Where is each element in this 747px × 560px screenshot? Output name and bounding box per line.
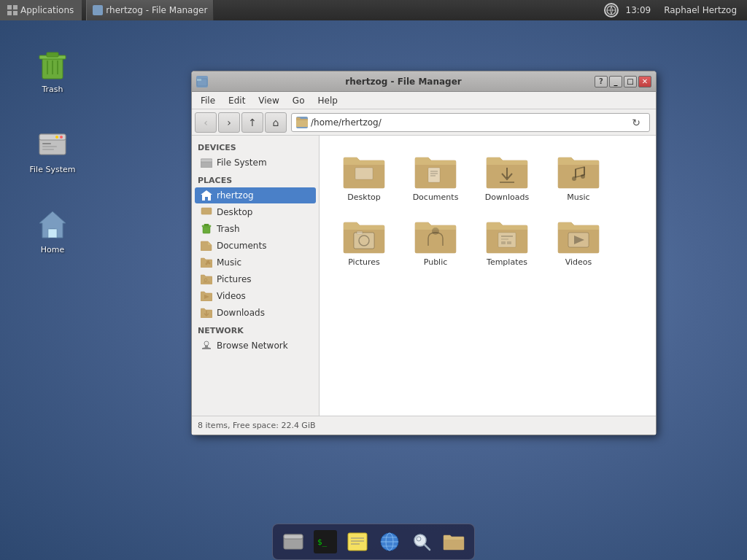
svg-point-30 [206, 263, 208, 265]
applications-label: Applications [20, 5, 74, 15]
fm-window-buttons: ? _ □ ✕ [595, 76, 651, 88]
svg-rect-58 [501, 241, 506, 244]
svg-rect-37 [202, 348, 211, 349]
svg-marker-25 [201, 190, 212, 201]
menu-file[interactable]: File [195, 94, 221, 107]
sidebar-item-desktop[interactable]: Desktop [195, 204, 316, 220]
trash-label: Trash [42, 85, 63, 94]
user-name: Raphael Hertzog [658, 5, 743, 15]
svg-rect-2 [7, 11, 12, 15]
nav-forward-button[interactable]: › [218, 112, 240, 133]
videos-sidebar-icon [201, 290, 212, 302]
file-item-templates[interactable]: Templates [474, 212, 540, 271]
templates-folder-icon [485, 217, 529, 254]
svg-rect-1 [13, 5, 18, 9]
music-sidebar-icon [201, 257, 212, 268]
menu-edit[interactable]: Edit [222, 94, 251, 107]
filesystem-icon [35, 127, 70, 162]
sidebar-item-downloads[interactable]: Downloads [195, 305, 316, 321]
svg-rect-27 [203, 226, 210, 233]
places-section-label: PLACES [192, 171, 319, 187]
sidebar-videos-label: Videos [217, 291, 246, 301]
network-section-label: NETWORK [192, 322, 319, 337]
pictures-sidebar-icon [201, 273, 212, 285]
file-desktop-label: Desktop [347, 192, 380, 202]
desktop-icon-home[interactable]: Home [23, 204, 82, 257]
fm-title-icon [196, 76, 208, 88]
refresh-button[interactable]: ↻ [627, 114, 645, 131]
svg-rect-17 [42, 146, 57, 147]
svg-rect-8 [47, 52, 58, 57]
address-folder-icon [296, 117, 308, 128]
taskbar-right: 13:09 Raphael Hertzog [604, 0, 747, 20]
dock-search-icon [410, 530, 433, 553]
file-item-music[interactable]: Music [546, 147, 611, 206]
file-item-documents[interactable]: Documents [403, 147, 468, 206]
menu-help[interactable]: Help [311, 94, 343, 107]
desktop-icon-filesystem[interactable]: File System [23, 124, 82, 177]
dock-notes-button[interactable] [343, 527, 372, 556]
taskbar-top: Applications rhertzog - File Manager 13:… [0, 0, 747, 20]
nav-home-button[interactable]: ⌂ [265, 112, 287, 133]
dock-notes-icon [346, 530, 369, 553]
dock-folder-button[interactable] [439, 527, 468, 556]
file-item-pictures[interactable]: Pictures [331, 212, 397, 271]
dock-terminal-button[interactable]: $_ [311, 527, 340, 556]
file-item-desktop[interactable]: Desktop [331, 147, 397, 206]
sidebar-item-documents[interactable]: Documents [195, 238, 316, 254]
sidebar-pictures-label: Pictures [217, 274, 252, 284]
sidebar-documents-label: Documents [217, 241, 266, 251]
svg-rect-36 [205, 346, 208, 348]
sidebar-item-music[interactable]: Music [195, 254, 316, 271]
dock-files-button[interactable] [279, 527, 308, 556]
file-templates-label: Templates [487, 257, 527, 267]
nav-up-button[interactable]: ↑ [241, 112, 263, 133]
svg-rect-22 [197, 79, 201, 81]
documents-folder-icon [414, 152, 457, 190]
taskbar-window-button[interactable]: rhertzog - File Manager [86, 0, 214, 20]
file-item-videos[interactable]: Videos [546, 212, 611, 271]
fm-sidebar: DEVICES File System PLACES rhertzog [192, 136, 320, 416]
applications-menu[interactable]: Applications [0, 0, 82, 20]
fm-minimize-button[interactable]: _ [609, 76, 622, 88]
dock-search-button[interactable] [407, 527, 436, 556]
file-item-downloads[interactable]: Downloads [474, 147, 540, 206]
desktop-icon-trash[interactable]: Trash [23, 44, 82, 97]
fm-help-button[interactable]: ? [595, 76, 608, 88]
file-downloads-label: Downloads [485, 192, 529, 202]
sidebar-item-rhertzog[interactable]: rhertzog [195, 187, 316, 203]
svg-point-31 [209, 262, 211, 265]
sidebar-item-browse-network[interactable]: Browse Network [195, 338, 316, 354]
svg-rect-55 [498, 233, 516, 247]
public-folder-icon [414, 217, 457, 254]
sidebar-item-filesystem[interactable]: File System [195, 155, 316, 171]
address-text: /home/rhertzog/ [311, 117, 624, 128]
fm-address-bar[interactable]: /home/rhertzog/ ↻ [291, 113, 650, 132]
sidebar-downloads-label: Downloads [217, 308, 265, 318]
home-label: Home [41, 245, 64, 254]
taskbar-window-label: rhertzog - File Manager [106, 5, 207, 15]
svg-point-15 [55, 136, 58, 139]
fm-titlebar: rhertzog - File Manager ? _ □ ✕ [192, 71, 656, 92]
nav-back-button[interactable]: ‹ [195, 112, 217, 133]
file-item-public[interactable]: Public [403, 212, 468, 271]
trash-sidebar-icon [201, 223, 212, 235]
desktop-sidebar-icon [201, 206, 212, 218]
menu-view[interactable]: View [252, 94, 285, 107]
sidebar-desktop-label: Desktop [217, 207, 253, 217]
file-documents-label: Documents [413, 192, 459, 202]
downloads-folder-icon [485, 152, 529, 190]
sidebar-music-label: Music [217, 257, 241, 268]
svg-rect-29 [204, 224, 209, 226]
statusbar-text: 8 items, Free space: 22.4 GiB [198, 421, 316, 430]
sidebar-item-videos[interactable]: Videos [195, 288, 316, 304]
dock-browser-button[interactable] [375, 527, 404, 556]
sidebar-item-pictures[interactable]: Pictures [195, 271, 316, 287]
sidebar-filesystem-label: File System [217, 158, 267, 168]
svg-rect-24 [201, 159, 212, 162]
menu-go[interactable]: Go [287, 94, 311, 107]
clock: 13:09 [620, 5, 657, 15]
fm-maximize-button[interactable]: □ [624, 76, 637, 88]
sidebar-item-trash[interactable]: Trash [195, 221, 316, 237]
fm-close-button[interactable]: ✕ [638, 76, 651, 88]
